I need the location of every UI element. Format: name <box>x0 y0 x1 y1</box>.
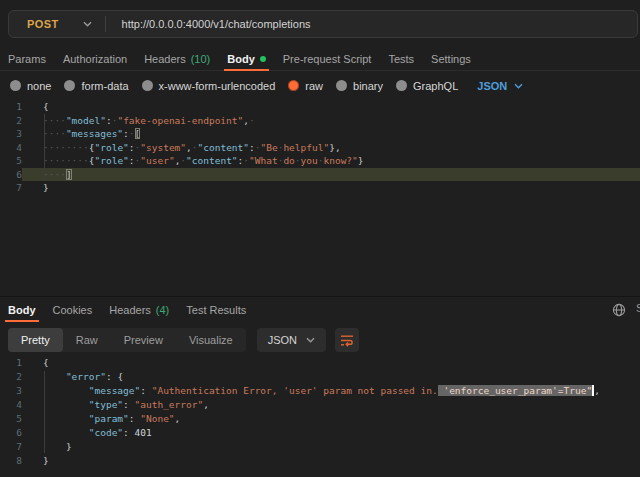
code-line[interactable]: 4 "type": "auth_error", <box>0 398 640 412</box>
method-selector[interactable]: POST <box>9 11 105 37</box>
headers-count: (10) <box>191 53 211 65</box>
code-content: "code": 401 <box>22 426 640 440</box>
code-token: ···· <box>43 128 66 139</box>
view-pretty[interactable]: Pretty <box>8 328 63 352</box>
method-label: POST <box>27 18 59 30</box>
radio-binary[interactable]: binary <box>336 80 383 92</box>
response-tab-cookies[interactable]: Cookies <box>53 297 93 322</box>
response-tab-headers[interactable]: Headers(4) <box>109 297 169 322</box>
code-line[interactable]: 5········{"role":·"user",·"content":·"Wh… <box>0 154 640 168</box>
code-line[interactable]: 1{ <box>0 356 640 370</box>
code-token: "messages" <box>66 128 123 139</box>
radio-icon <box>336 80 347 91</box>
code-token: { <box>43 357 49 368</box>
body-language-selector[interactable]: JSON <box>477 80 523 92</box>
tab-headers[interactable]: Headers(10) <box>144 48 210 70</box>
line-number: 4 <box>0 398 22 412</box>
radio-graphql[interactable]: GraphQL <box>396 80 458 92</box>
code-line[interactable]: 1{ <box>0 100 640 114</box>
code-line[interactable]: 2 "error": { <box>0 370 640 384</box>
code-token <box>43 441 66 452</box>
radio-icon <box>10 80 21 91</box>
code-token: } <box>43 455 49 466</box>
code-token: know?" <box>323 155 357 166</box>
code-token: "role" <box>95 142 129 153</box>
code-line[interactable]: 4········{"role":·"system",·"content":·"… <box>0 141 640 155</box>
request-body-editor[interactable]: 1{2····"model":·"fake-openai-endpoint",·… <box>0 100 640 195</box>
line-number: 1 <box>0 100 22 114</box>
code-line[interactable]: 7 } <box>0 440 640 454</box>
chevron-down-icon <box>83 21 92 27</box>
code-line[interactable]: 3····"messages":·[ <box>0 127 640 141</box>
tab-label: Pre-request Script <box>283 53 372 65</box>
language-label: JSON <box>477 80 507 92</box>
radio-icon <box>396 80 407 91</box>
request-tabs: Params Authorization Headers(10) Body Pr… <box>0 48 640 71</box>
response-language-selector[interactable]: JSON <box>257 328 326 352</box>
response-tab-test-results[interactable]: Test Results <box>186 297 246 322</box>
code-token: "What <box>249 155 278 166</box>
code-line[interactable]: 5 "param": "None", <box>0 412 640 426</box>
radio-selected-icon <box>288 80 299 91</box>
code-token: "auth_error" <box>135 399 204 410</box>
body-modified-dot-icon <box>260 56 266 62</box>
radio-raw[interactable]: raw <box>288 80 323 92</box>
line-number: 7 <box>0 440 22 454</box>
code-token: "user" <box>140 155 174 166</box>
code-token: , <box>203 399 209 410</box>
body-type-row: none form-data x-www-form-urlencoded raw… <box>10 75 523 96</box>
line-number: 5 <box>0 154 22 168</box>
code-token: ···· <box>43 169 66 180</box>
code-line[interactable]: 8} <box>0 454 640 468</box>
view-preview[interactable]: Preview <box>111 328 176 352</box>
tab-settings[interactable]: Settings <box>431 48 471 70</box>
code-token: "fake-openai-endpoint" <box>117 115 243 126</box>
code-line[interactable]: 7} <box>0 181 640 195</box>
tab-params[interactable]: Params <box>8 48 46 70</box>
wrap-text-button[interactable] <box>335 328 359 352</box>
line-number: 5 <box>0 412 22 426</box>
code-token: "Authentication Error, 'user' param not … <box>152 385 438 396</box>
tab-tests[interactable]: Tests <box>388 48 414 70</box>
view-raw[interactable]: Raw <box>63 328 111 352</box>
tab-authorization[interactable]: Authorization <box>63 48 127 70</box>
view-visualize[interactable]: Visualize <box>176 328 246 352</box>
code-token: · <box>249 115 255 126</box>
code-token: you <box>301 155 318 166</box>
code-content: "message": "Authentication Error, 'user'… <box>22 384 640 398</box>
tab-label: Body <box>227 53 255 65</box>
code-token: 'enforce_user_param'=True" <box>438 385 592 396</box>
code-token: ········ <box>43 155 89 166</box>
globe-icon[interactable] <box>612 303 626 317</box>
postman-window: POST http://0.0.0.0:4000/v1/chat/complet… <box>0 0 640 477</box>
radio-label: none <box>27 80 51 92</box>
code-token: }, <box>329 142 340 153</box>
radio-x-www-form-urlencoded[interactable]: x-www-form-urlencoded <box>142 80 276 92</box>
indent-guide <box>44 114 45 180</box>
response-tab-body[interactable]: Body <box>8 297 36 322</box>
code-token: } <box>43 182 49 193</box>
tab-label: Settings <box>431 53 471 65</box>
clipped-text: S <box>636 302 640 314</box>
chevron-down-icon <box>306 337 315 343</box>
code-content: ····"messages":·[ <box>22 127 640 141</box>
code-line[interactable]: 6 "code": 401 <box>0 426 640 440</box>
url-input[interactable]: http://0.0.0.0:4000/v1/chat/completions <box>106 18 311 30</box>
code-line[interactable]: 6····] <box>0 168 640 182</box>
tab-pre-request-script[interactable]: Pre-request Script <box>283 48 372 70</box>
tab-body[interactable]: Body <box>227 48 266 70</box>
response-view-controls: Pretty Raw Preview Visualize JSON <box>8 328 359 352</box>
radio-form-data[interactable]: form-data <box>64 80 128 92</box>
code-token: } <box>358 155 364 166</box>
radio-icon <box>64 80 75 91</box>
code-line[interactable]: 3 "message": "Authentication Error, 'use… <box>0 384 640 398</box>
tab-label: Body <box>8 304 36 316</box>
code-line[interactable]: 2····"model":·"fake-openai-endpoint",· <box>0 114 640 128</box>
line-number: 1 <box>0 356 22 370</box>
code-token: "Be <box>260 142 277 153</box>
radio-none[interactable]: none <box>10 80 51 92</box>
response-body-editor[interactable]: 1{2 "error": {3 "message": "Authenticati… <box>0 356 640 468</box>
tab-label: Params <box>8 53 46 65</box>
radio-label: raw <box>305 80 323 92</box>
tab-label: Cookies <box>53 304 93 316</box>
